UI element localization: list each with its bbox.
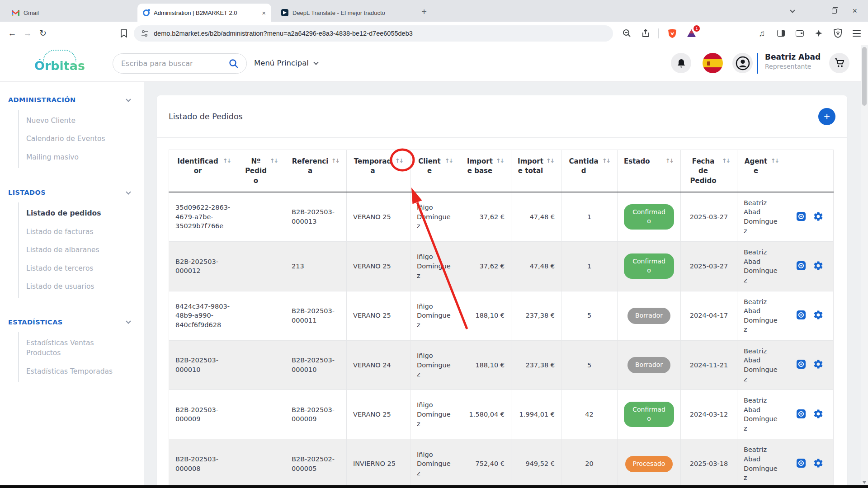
sidebar-section-header-administracion[interactable]: ADMINISTRACIÓN <box>0 96 144 103</box>
view-order-button[interactable] <box>796 310 807 322</box>
column-header-estado[interactable]: Estado↑↓ <box>618 150 681 192</box>
user-block: Beatriz Abad Representante <box>765 52 824 70</box>
tab-label: DeepL Translate - El mejor traducto <box>292 9 406 16</box>
sort-icon[interactable]: ↑↓ <box>602 157 611 176</box>
page-scrollbar[interactable] <box>861 45 868 486</box>
new-tab-button[interactable]: + <box>418 6 430 19</box>
sort-icon[interactable]: ↑↓ <box>223 157 231 176</box>
vpn-shield-icon[interactable] <box>832 28 843 39</box>
sidebar-item-listado-de-facturas[interactable]: Listado de facturas <box>19 223 114 241</box>
url-text[interactable]: demo.b2market.es/b2b/administration?menu… <box>154 30 413 37</box>
zoom-out-icon[interactable] <box>621 28 632 39</box>
tab-search-chevron-icon[interactable] <box>790 8 795 13</box>
sidebar-item-nuevo-cliente[interactable]: Nuevo Cliente <box>19 112 114 130</box>
sidebar-item-estadisticas-ventas-productos[interactable]: Estadísticas Ventas Productos <box>19 334 114 362</box>
column-header-cantidad[interactable]: Cantidad↑↓ <box>561 150 618 192</box>
search-icon[interactable] <box>229 59 238 68</box>
view-order-button[interactable] <box>796 211 807 223</box>
notifications-button[interactable] <box>671 53 691 73</box>
view-order-button[interactable] <box>796 458 807 470</box>
bookmark-icon[interactable] <box>118 28 129 39</box>
column-header-n-pedido[interactable]: Nº Pedido↑↓ <box>238 150 285 192</box>
profile-button[interactable] <box>732 53 753 73</box>
sidebar-item-mailing-masivo[interactable]: Mailing masivo <box>19 148 114 166</box>
sort-icon[interactable]: ↑↓ <box>395 157 404 176</box>
order-settings-button[interactable] <box>813 260 824 272</box>
view-order-button[interactable] <box>796 408 807 421</box>
column-header-temporada[interactable]: Temporada↑↓ <box>347 150 410 192</box>
scrollbar-down-arrow[interactable] <box>863 481 866 484</box>
brave-shield-icon[interactable] <box>667 28 678 39</box>
window-restore-button[interactable] <box>832 9 837 14</box>
order-settings-button[interactable] <box>813 458 824 470</box>
column-header-importe-total[interactable]: Importe total↑↓ <box>511 150 561 192</box>
tab-deepl[interactable]: DeepL Translate - El mejor traducto <box>276 4 411 22</box>
sort-icon[interactable]: ↑↓ <box>445 157 453 176</box>
column-header-identificador[interactable]: Identificador↑↓ <box>169 150 238 192</box>
forward-button[interactable]: → <box>20 28 35 38</box>
sidebar-item-estadisticas-temporadas[interactable]: Estadísticas Temporadas <box>19 362 114 380</box>
sort-icon[interactable]: ↑↓ <box>722 157 731 186</box>
column-label: Cantidad <box>568 157 599 176</box>
sidebar-item-listado-de-usuarios[interactable]: Listado de usuarios <box>19 277 114 296</box>
cell-order <box>238 439 285 488</box>
column-header-referencia[interactable]: Referencia↑↓ <box>285 150 347 192</box>
tab-gmail[interactable]: Gmail <box>6 4 56 22</box>
order-settings-button[interactable] <box>813 408 824 421</box>
chevron-down-icon <box>126 319 131 324</box>
wallet-icon[interactable] <box>794 28 805 39</box>
status-badge: Confirmado <box>624 253 674 279</box>
cell-agent: Beatriz Abad Domínguez <box>737 439 786 488</box>
cell-agent: Beatriz Abad Domínguez <box>737 390 786 439</box>
brave-rewards-icon[interactable]: 1 <box>686 28 697 39</box>
order-settings-button[interactable] <box>813 211 824 223</box>
order-settings-button[interactable] <box>813 310 824 322</box>
sort-icon[interactable]: ↑↓ <box>270 157 278 186</box>
order-settings-button[interactable] <box>813 359 824 371</box>
sort-icon[interactable]: ↑↓ <box>771 157 779 176</box>
main-menu-dropdown[interactable]: Menú Principal <box>254 59 318 67</box>
back-button[interactable]: ← <box>5 28 20 38</box>
media-control-icon[interactable]: ♫ <box>756 28 767 39</box>
sidebar-panel-icon[interactable] <box>775 28 786 39</box>
sidebar-section-estadisticas: ESTADÍSTICASEstadísticas Ventas Producto… <box>0 319 144 382</box>
add-order-button[interactable]: + <box>818 108 835 125</box>
cell-date: 2024-03-12 <box>681 390 737 439</box>
sort-icon[interactable]: ↑↓ <box>496 157 505 176</box>
sidebar-item-calendario-de-eventos[interactable]: Calendario de Eventos <box>19 130 114 148</box>
language-flag-spain[interactable] <box>703 53 723 73</box>
site-settings-icon[interactable] <box>141 30 148 37</box>
reload-button[interactable]: ↻ <box>35 28 51 38</box>
column-header-fecha-de-pedido[interactable]: Fecha de Pedido↑↓ <box>681 150 737 192</box>
sort-icon[interactable]: ↑↓ <box>665 157 674 166</box>
menu-hamburger-icon[interactable] <box>851 28 862 39</box>
sidebar-item-listado-de-terceros[interactable]: Listado de terceros <box>19 259 114 277</box>
view-order-button[interactable] <box>796 359 807 371</box>
search-input[interactable] <box>121 59 229 68</box>
tab-close-icon[interactable]: × <box>262 9 266 17</box>
scrollbar-thumb[interactable] <box>862 47 867 106</box>
sort-icon[interactable]: ↑↓ <box>331 157 340 176</box>
window-minimize-button[interactable]: — <box>810 7 816 15</box>
column-header-importe-base[interactable]: Importe base↑↓ <box>460 150 511 192</box>
sidebar-section-header-estadisticas[interactable]: ESTADÍSTICAS <box>0 319 144 326</box>
cart-button[interactable] <box>829 53 849 73</box>
cell-order <box>238 242 285 291</box>
column-header-cliente[interactable]: Cliente↑↓ <box>410 150 460 192</box>
column-header-agente[interactable]: Agente↑↓ <box>737 150 786 192</box>
cell-ref: 213 <box>285 242 347 291</box>
sidebar-item-listado-de-pedidos[interactable]: Listado de pedidos <box>19 204 114 222</box>
orbitas-logo[interactable]: Órbitas <box>28 50 91 73</box>
sidebar-section-header-listados[interactable]: LISTADOS <box>0 189 144 196</box>
sidebar-item-listado-de-albaranes[interactable]: Listado de albaranes <box>19 241 114 259</box>
sort-icon[interactable]: ↑↓ <box>546 157 555 176</box>
cell-qty: 5 <box>561 291 618 340</box>
tab-administration-b2market[interactable]: Administration | B2MARKET 2.0 × <box>137 4 271 22</box>
window-close-button[interactable]: × <box>852 6 857 16</box>
sidebar-section-administracion: ADMINISTRACIÓNNuevo ClienteCalendario de… <box>0 96 144 168</box>
cell-qty: 5 <box>561 340 618 389</box>
view-order-button[interactable] <box>796 260 807 272</box>
address-bar[interactable]: demo.b2market.es/b2b/administration?menu… <box>134 25 613 42</box>
share-icon[interactable] <box>640 28 651 39</box>
leo-ai-sparkle-icon[interactable] <box>813 28 824 39</box>
